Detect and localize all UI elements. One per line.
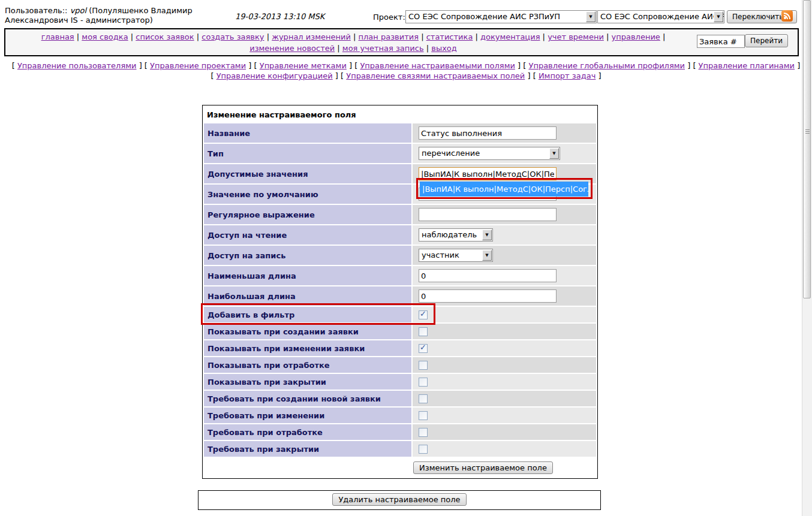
field-value-cell-require-closed bbox=[413, 441, 596, 457]
chevron-down-icon: ▼ bbox=[714, 11, 723, 22]
user-name: vpol bbox=[70, 6, 87, 15]
current-datetime: 19-03-2013 13:10 MSK bbox=[235, 12, 324, 21]
mantis-admin-page: Пользователь:: vpol (Полуляшенко Владими… bbox=[0, 0, 812, 516]
vertical-scrollbar[interactable] bbox=[802, 0, 812, 516]
project-select-value: СО ЕЭС Сопровождение АИС РЗПиУП bbox=[408, 12, 560, 21]
menu-link-создать-заявку[interactable]: создать заявку bbox=[202, 32, 264, 41]
form-row-name: Название bbox=[204, 123, 596, 143]
form-row-possible-values: Допустимые значения bbox=[204, 164, 596, 183]
form-row-require-closed: Требовать при закрытии bbox=[204, 441, 596, 457]
field-value-cell-require-report bbox=[413, 391, 596, 406]
field-value-cell-type: перечисление▼ bbox=[413, 144, 596, 163]
field-value-cell-display-report bbox=[413, 324, 596, 339]
display-update-checkbox[interactable] bbox=[419, 344, 428, 353]
read-access-select[interactable]: наблюдатель▼ bbox=[419, 228, 493, 242]
subproject-select[interactable]: СО ЕЭС Сопровождение АИС РЗПиУП ▼ bbox=[597, 10, 724, 23]
manage-link-управление-настраиваемыми-полями[interactable]: Управление настраиваемыми полями bbox=[360, 61, 515, 70]
require-closed-checkbox[interactable] bbox=[419, 445, 428, 454]
manage-link-импорт-задач[interactable]: Импорт задач bbox=[539, 71, 596, 80]
field-value-cell-max-length bbox=[413, 286, 596, 306]
field-label-require-closed: Требовать при закрытии bbox=[204, 441, 411, 457]
require-report-checkbox[interactable] bbox=[419, 394, 428, 403]
menu-link-главная[interactable]: главная bbox=[41, 32, 74, 41]
manage-link-управление-плагинами[interactable]: Управление плагинами bbox=[699, 61, 795, 70]
menu-link-список-заявок[interactable]: список заявок bbox=[136, 32, 194, 41]
menu-link-изменение-новостей[interactable]: изменение новостей bbox=[249, 44, 335, 53]
form-row-display-report: Показывать при создании заявки bbox=[204, 324, 596, 339]
field-label-read-access: Доступ на чтение bbox=[204, 225, 411, 245]
add-to-filter-checkbox[interactable] bbox=[419, 310, 428, 319]
field-value-cell-possible-values bbox=[413, 164, 596, 183]
display-resolved-checkbox[interactable] bbox=[419, 361, 428, 370]
display-closed-checkbox[interactable] bbox=[419, 378, 428, 387]
update-custom-field-button[interactable]: Изменить настраиваемое поле bbox=[413, 461, 553, 474]
max-length-input[interactable] bbox=[419, 289, 557, 303]
main-menu-links: главная | моя сводка | список заявок | с… bbox=[17, 31, 689, 54]
type-select[interactable]: перечисление▼ bbox=[419, 147, 560, 160]
field-label-require-update: Требовать при изменении bbox=[204, 408, 411, 423]
user-label: Пользователь:: bbox=[5, 6, 68, 15]
form-row-display-resolved: Показывать при отработке bbox=[204, 357, 596, 373]
scrollbar-thumb[interactable] bbox=[803, 0, 811, 298]
form-row-regex: Регулярное выражение bbox=[204, 205, 596, 224]
scrollbar-grip-icon bbox=[805, 129, 810, 130]
manage-link-управление-глобальными-профилями[interactable]: Управление глобальными профилями bbox=[528, 61, 685, 70]
logged-in-user: Пользователь:: vpol (Полуляшенко Владими… bbox=[5, 6, 203, 25]
field-value-cell-regex bbox=[413, 205, 596, 224]
menu-link-статистика[interactable]: статистика bbox=[426, 32, 473, 41]
name-input[interactable] bbox=[419, 126, 557, 140]
main-menu-bar: главная | моя сводка | список заявок | с… bbox=[4, 28, 799, 56]
manage-link-управление-метками[interactable]: Управление метками bbox=[260, 61, 347, 70]
menu-link-моя-сводка[interactable]: моя сводка bbox=[82, 32, 128, 41]
field-label-add-to-filter: Добавить в фильтр bbox=[204, 307, 411, 322]
main-menu-row-1: главная | моя сводка | список заявок | с… bbox=[17, 31, 689, 43]
chevron-down-icon: ▼ bbox=[482, 250, 492, 261]
manage-link-управление-связями-настраиваемых-полей[interactable]: Управление связями настраиваемых полей bbox=[346, 71, 525, 80]
regex-input[interactable] bbox=[419, 208, 557, 221]
require-update-checkbox[interactable] bbox=[419, 411, 428, 420]
autocomplete-suggestion[interactable]: |ВыпИА|К выполн|МетодС|ОК|Персп|СогласЗ bbox=[420, 182, 588, 197]
chevron-down-icon: ▼ bbox=[482, 230, 492, 240]
field-label-require-resolved: Требовать при отработке bbox=[204, 424, 411, 440]
form-row-require-report: Требовать при создании новой заявки bbox=[204, 391, 596, 406]
form-row-display-closed: Показывать при закрытии bbox=[204, 374, 596, 390]
write-access-select[interactable]: участник▼ bbox=[419, 249, 493, 262]
issue-id-input[interactable] bbox=[697, 35, 745, 48]
field-label-write-access: Доступ на запись bbox=[204, 246, 411, 265]
field-label-display-closed: Показывать при закрытии bbox=[204, 374, 411, 390]
field-value-cell-read-access: наблюдатель▼ bbox=[413, 225, 596, 245]
field-label-require-report: Требовать при создании новой заявки bbox=[204, 391, 411, 406]
field-value-cell-write-access: участник▼ bbox=[413, 246, 596, 265]
field-label-min-length: Наименьшая длина bbox=[204, 266, 411, 285]
require-resolved-checkbox[interactable] bbox=[419, 428, 428, 437]
menu-link-план-развития[interactable]: план развития bbox=[359, 32, 419, 41]
menu-link-выход[interactable]: выход bbox=[431, 44, 457, 53]
project-label: Проект: bbox=[373, 13, 405, 22]
menu-link-документация[interactable]: документация bbox=[480, 32, 540, 41]
manage-link-управление-проектами[interactable]: Управление проектами bbox=[150, 61, 246, 70]
form-row-write-access: Доступ на записьучастник▼ bbox=[204, 246, 596, 265]
field-label-default-value: Значение по умолчанию bbox=[204, 185, 411, 204]
field-value-cell-add-to-filter bbox=[413, 307, 596, 322]
possible-values-input[interactable] bbox=[419, 167, 557, 180]
form-title-row: Изменение настраиваемого поля bbox=[204, 107, 596, 122]
menu-link-управление[interactable]: управление bbox=[612, 32, 660, 41]
custom-field-form: Изменение настраиваемого поля НазваниеТи… bbox=[202, 105, 598, 479]
min-length-input[interactable] bbox=[419, 269, 557, 282]
subproject-select-value: СО ЕЭС Сопровождение АИС РЗПиУП bbox=[600, 12, 724, 21]
manage-menu-row-2: [ Управление конфигурацией ] [ Управлени… bbox=[0, 71, 812, 81]
rss-feed-icon[interactable] bbox=[781, 10, 793, 22]
form-row-require-resolved: Требовать при отработке bbox=[204, 424, 596, 440]
manage-link-управление-пользователями[interactable]: Управление пользователями bbox=[17, 61, 137, 70]
write-access-select-value: участник bbox=[422, 251, 459, 259]
menu-link-моя-учетная-запись[interactable]: моя учетная запись bbox=[342, 44, 424, 53]
delete-custom-field-button[interactable]: Удалить настраиваемое поле bbox=[332, 493, 466, 506]
menu-link-журнал-изменений[interactable]: журнал изменений bbox=[272, 32, 351, 41]
form-row-read-access: Доступ на чтениенаблюдатель▼ bbox=[204, 225, 596, 245]
display-report-checkbox[interactable] bbox=[419, 327, 428, 336]
menu-link-учет-времени[interactable]: учет времени bbox=[548, 32, 604, 41]
project-select[interactable]: СО ЕЭС Сопровождение АИС РЗПиУП ▼ bbox=[405, 10, 597, 23]
form-row-type: Типперечисление▼ bbox=[204, 144, 596, 163]
manage-link-управление-конфигурацией[interactable]: Управление конфигурацией bbox=[216, 71, 333, 80]
jump-to-issue-button[interactable]: Перейти bbox=[745, 34, 788, 47]
